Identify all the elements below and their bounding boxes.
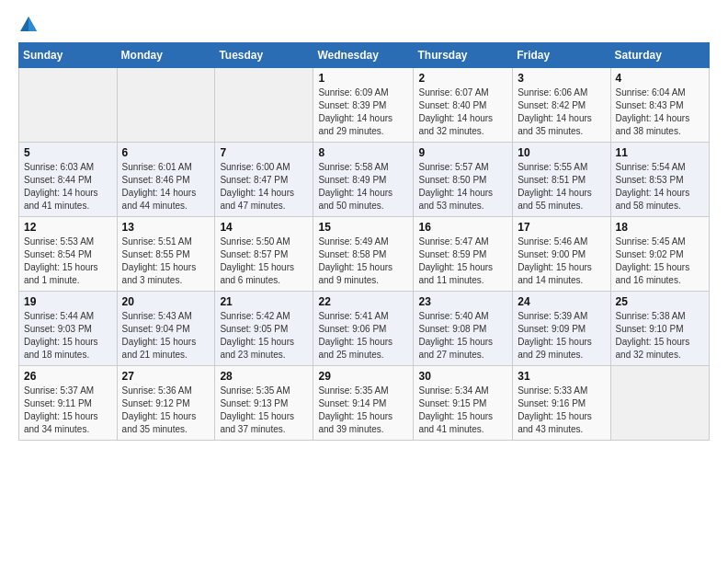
calendar-body: 1Sunrise: 6:09 AM Sunset: 8:39 PM Daylig… [19, 68, 710, 441]
day-info: Sunrise: 5:45 AM Sunset: 9:02 PM Dayligh… [616, 236, 704, 287]
calendar-table: SundayMondayTuesdayWednesdayThursdayFrid… [18, 42, 710, 441]
day-number: 12 [24, 221, 112, 234]
day-number: 25 [616, 295, 704, 308]
calendar-header: SundayMondayTuesdayWednesdayThursdayFrid… [19, 43, 710, 68]
day-info: Sunrise: 5:39 AM Sunset: 9:09 PM Dayligh… [518, 310, 605, 362]
day-number: 23 [418, 295, 507, 308]
calendar-cell: 9Sunrise: 5:57 AM Sunset: 8:50 PM Daylig… [414, 143, 513, 217]
calendar-week-row: 12Sunrise: 5:53 AM Sunset: 8:54 PM Dayli… [19, 217, 710, 292]
day-info: Sunrise: 6:03 AM Sunset: 8:44 PM Dayligh… [24, 161, 112, 213]
day-info: Sunrise: 5:46 AM Sunset: 9:00 PM Dayligh… [518, 236, 605, 287]
day-number: 4 [616, 72, 704, 85]
day-info: Sunrise: 5:55 AM Sunset: 8:51 PM Dayligh… [518, 161, 605, 213]
day-info: Sunrise: 5:43 AM Sunset: 9:04 PM Dayligh… [122, 310, 210, 362]
calendar-week-row: 26Sunrise: 5:37 AM Sunset: 9:11 PM Dayli… [19, 366, 710, 441]
weekday-header: Sunday [19, 43, 118, 68]
calendar-cell: 19Sunrise: 5:44 AM Sunset: 9:03 PM Dayli… [19, 292, 118, 366]
day-number: 13 [122, 221, 210, 234]
calendar-cell: 13Sunrise: 5:51 AM Sunset: 8:55 PM Dayli… [117, 217, 215, 292]
header [18, 15, 710, 35]
calendar-cell: 17Sunrise: 5:46 AM Sunset: 9:00 PM Dayli… [513, 217, 610, 292]
weekday-header: Saturday [610, 43, 709, 68]
weekday-header: Thursday [414, 43, 513, 68]
day-info: Sunrise: 6:09 AM Sunset: 8:39 PM Dayligh… [318, 86, 408, 138]
calendar-week-row: 1Sunrise: 6:09 AM Sunset: 8:39 PM Daylig… [19, 68, 710, 143]
day-number: 27 [122, 370, 210, 383]
day-info: Sunrise: 5:54 AM Sunset: 8:53 PM Dayligh… [616, 161, 704, 213]
calendar-cell: 22Sunrise: 5:41 AM Sunset: 9:06 PM Dayli… [313, 292, 414, 366]
day-info: Sunrise: 5:37 AM Sunset: 9:11 PM Dayligh… [24, 385, 112, 436]
day-number: 31 [518, 370, 605, 383]
day-number: 20 [122, 295, 210, 308]
calendar-cell: 28Sunrise: 5:35 AM Sunset: 9:13 PM Dayli… [215, 366, 313, 441]
day-number: 10 [518, 146, 605, 159]
calendar-cell: 5Sunrise: 6:03 AM Sunset: 8:44 PM Daylig… [19, 143, 118, 217]
day-info: Sunrise: 5:44 AM Sunset: 9:03 PM Dayligh… [24, 310, 112, 362]
day-info: Sunrise: 5:35 AM Sunset: 9:14 PM Dayligh… [318, 385, 408, 436]
weekday-header: Friday [513, 43, 610, 68]
calendar-cell: 10Sunrise: 5:55 AM Sunset: 8:51 PM Dayli… [513, 143, 610, 217]
day-number: 19 [24, 295, 112, 308]
calendar-cell: 14Sunrise: 5:50 AM Sunset: 8:57 PM Dayli… [215, 217, 313, 292]
day-info: Sunrise: 5:40 AM Sunset: 9:08 PM Dayligh… [418, 310, 507, 362]
calendar-cell: 24Sunrise: 5:39 AM Sunset: 9:09 PM Dayli… [513, 292, 610, 366]
calendar-cell: 20Sunrise: 5:43 AM Sunset: 9:04 PM Dayli… [117, 292, 215, 366]
calendar-cell [610, 366, 709, 441]
svg-marker-1 [28, 17, 37, 31]
calendar-cell [19, 68, 118, 143]
calendar-cell: 2Sunrise: 6:07 AM Sunset: 8:40 PM Daylig… [414, 68, 513, 143]
day-number: 3 [518, 72, 605, 85]
day-info: Sunrise: 5:47 AM Sunset: 8:59 PM Dayligh… [418, 236, 507, 287]
logo [18, 15, 42, 35]
calendar-cell: 27Sunrise: 5:36 AM Sunset: 9:12 PM Dayli… [117, 366, 215, 441]
calendar-cell: 26Sunrise: 5:37 AM Sunset: 9:11 PM Dayli… [19, 366, 118, 441]
day-number: 9 [418, 146, 507, 159]
day-number: 8 [318, 146, 408, 159]
day-info: Sunrise: 5:50 AM Sunset: 8:57 PM Dayligh… [220, 236, 308, 287]
calendar-cell: 4Sunrise: 6:04 AM Sunset: 8:43 PM Daylig… [610, 68, 709, 143]
day-info: Sunrise: 5:51 AM Sunset: 8:55 PM Dayligh… [122, 236, 210, 287]
day-number: 15 [318, 221, 408, 234]
day-info: Sunrise: 5:53 AM Sunset: 8:54 PM Dayligh… [24, 236, 112, 287]
calendar-cell: 29Sunrise: 5:35 AM Sunset: 9:14 PM Dayli… [313, 366, 414, 441]
calendar-cell: 6Sunrise: 6:01 AM Sunset: 8:46 PM Daylig… [117, 143, 215, 217]
day-number: 28 [220, 370, 308, 383]
day-number: 5 [24, 146, 112, 159]
day-number: 6 [122, 146, 210, 159]
weekday-header: Monday [117, 43, 215, 68]
day-number: 24 [518, 295, 605, 308]
header-row: SundayMondayTuesdayWednesdayThursdayFrid… [19, 43, 710, 68]
calendar-cell: 11Sunrise: 5:54 AM Sunset: 8:53 PM Dayli… [610, 143, 709, 217]
day-info: Sunrise: 5:34 AM Sunset: 9:15 PM Dayligh… [418, 385, 507, 436]
day-number: 22 [318, 295, 408, 308]
calendar-cell: 31Sunrise: 5:33 AM Sunset: 9:16 PM Dayli… [513, 366, 610, 441]
day-info: Sunrise: 6:06 AM Sunset: 8:42 PM Dayligh… [518, 86, 605, 138]
day-number: 26 [24, 370, 112, 383]
day-info: Sunrise: 5:42 AM Sunset: 9:05 PM Dayligh… [220, 310, 308, 362]
day-number: 1 [318, 72, 408, 85]
day-number: 14 [220, 221, 308, 234]
day-number: 18 [616, 221, 704, 234]
page: SundayMondayTuesdayWednesdayThursdayFrid… [0, 0, 728, 459]
weekday-header: Wednesday [313, 43, 414, 68]
day-number: 16 [418, 221, 507, 234]
calendar-cell: 23Sunrise: 5:40 AM Sunset: 9:08 PM Dayli… [414, 292, 513, 366]
calendar-cell: 12Sunrise: 5:53 AM Sunset: 8:54 PM Dayli… [19, 217, 118, 292]
day-info: Sunrise: 5:36 AM Sunset: 9:12 PM Dayligh… [122, 385, 210, 436]
day-number: 21 [220, 295, 308, 308]
calendar-cell [117, 68, 215, 143]
calendar-week-row: 5Sunrise: 6:03 AM Sunset: 8:44 PM Daylig… [19, 143, 710, 217]
logo-icon [18, 15, 39, 35]
day-number: 7 [220, 146, 308, 159]
day-info: Sunrise: 5:35 AM Sunset: 9:13 PM Dayligh… [220, 385, 308, 436]
calendar-cell: 18Sunrise: 5:45 AM Sunset: 9:02 PM Dayli… [610, 217, 709, 292]
day-info: Sunrise: 5:33 AM Sunset: 9:16 PM Dayligh… [518, 385, 605, 436]
day-info: Sunrise: 6:00 AM Sunset: 8:47 PM Dayligh… [220, 161, 308, 213]
calendar-cell: 15Sunrise: 5:49 AM Sunset: 8:58 PM Dayli… [313, 217, 414, 292]
weekday-header: Tuesday [215, 43, 313, 68]
day-info: Sunrise: 5:57 AM Sunset: 8:50 PM Dayligh… [418, 161, 507, 213]
calendar-cell: 25Sunrise: 5:38 AM Sunset: 9:10 PM Dayli… [610, 292, 709, 366]
day-number: 2 [418, 72, 507, 85]
calendar-week-row: 19Sunrise: 5:44 AM Sunset: 9:03 PM Dayli… [19, 292, 710, 366]
calendar-cell: 16Sunrise: 5:47 AM Sunset: 8:59 PM Dayli… [414, 217, 513, 292]
